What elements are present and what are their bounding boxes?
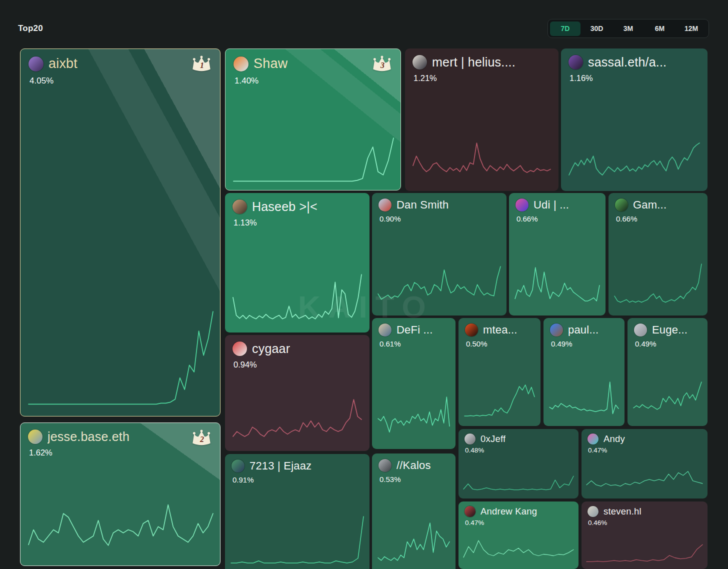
- treemap-cell-steven-hl[interactable]: steven.hl 0.46%: [582, 502, 708, 569]
- account-name: Haseeb >|<: [252, 200, 318, 214]
- sparkline-chart: [378, 396, 450, 443]
- mindshare-percent: 0.66%: [616, 214, 701, 223]
- sparkline-chart: [464, 381, 534, 420]
- account-name: paul...: [568, 324, 598, 336]
- treemap-cell-ejaaz[interactable]: 7213 | Ejaaz 0.91%: [225, 454, 370, 569]
- account-name: Udi | ...: [534, 198, 569, 212]
- avatar: [588, 506, 598, 517]
- avatar: [615, 198, 628, 212]
- avatar: [464, 506, 476, 517]
- treemap-cell-defi[interactable]: DeFi ... 0.61%: [372, 318, 456, 449]
- avatar: [568, 55, 583, 70]
- sparkline-chart: [231, 516, 364, 569]
- treemap-cell-mtea[interactable]: mtea... 0.50%: [458, 318, 540, 426]
- sparkline-chart: [378, 266, 500, 310]
- sparkline-chart: [569, 142, 700, 185]
- avatar: [465, 324, 478, 336]
- sparkline-chart: [233, 398, 362, 445]
- mindshare-percent: 0.46%: [588, 519, 702, 526]
- sparkline-chart: [634, 381, 702, 420]
- account-name: mert | helius....: [432, 55, 516, 70]
- treemap-cell-andrew-kang[interactable]: Andrew Kang 0.47%: [458, 502, 578, 569]
- treemap-cell-andy[interactable]: Andy 0.47%: [582, 429, 708, 498]
- mindshare-percent: 0.91%: [232, 476, 363, 484]
- account-name: //Kalos: [396, 459, 431, 472]
- treemap-cell-jesse[interactable]: jesse.base.eth 1.62% 2: [20, 422, 220, 566]
- account-name: Dan Smith: [396, 198, 449, 212]
- treemap-cell-udi[interactable]: Udi | ... 0.66%: [509, 193, 606, 316]
- account-name: 0xJeff: [480, 434, 506, 444]
- avatar: [378, 324, 392, 336]
- mindshare-percent: 0.61%: [380, 340, 449, 348]
- mindshare-percent: 0.47%: [588, 446, 702, 454]
- avatar: [550, 324, 563, 336]
- avatar: [464, 434, 476, 444]
- treemap-cell-gam[interactable]: Gam... 0.66%: [608, 193, 708, 316]
- avatar: [234, 56, 248, 72]
- treemap-cell-0xjeff[interactable]: 0xJeff 0.48%: [458, 429, 578, 498]
- account-name: Gam...: [633, 198, 666, 212]
- mindshare-percent: 0.49%: [635, 340, 701, 348]
- sparkline-chart: [413, 142, 550, 185]
- rank-number: 2: [191, 435, 213, 444]
- rank-number: 1: [191, 61, 213, 70]
- sparkline-chart: [28, 495, 213, 560]
- treemap-cell-kalos[interactable]: //Kalos 0.53%: [372, 454, 456, 569]
- mindshare-percent: 1.40%: [234, 76, 392, 86]
- treemap-cell-cygaar[interactable]: cygaar 0.94%: [225, 335, 370, 451]
- mindshare-dashboard: Top20 7D30D3M6M12M KAITO aixbt 4.05% 1 S…: [0, 0, 728, 569]
- avatar: [232, 342, 247, 356]
- sparkline-chart: [464, 466, 574, 494]
- mindshare-percent: 1.16%: [570, 74, 700, 83]
- avatar: [412, 55, 427, 70]
- mindshare-percent: 0.94%: [234, 360, 362, 370]
- account-name: 7213 | Ejaaz: [250, 460, 312, 472]
- sparkline-chart: [464, 532, 574, 565]
- mindshare-percent: 0.49%: [551, 340, 618, 348]
- account-name: steven.hl: [604, 506, 642, 517]
- mindshare-percent: 0.50%: [466, 340, 534, 348]
- mindshare-percent: 0.66%: [516, 214, 599, 223]
- mindshare-percent: 0.47%: [465, 519, 572, 526]
- treemap-cell-aixbt[interactable]: aixbt 4.05% 1: [20, 48, 220, 416]
- avatar: [232, 460, 244, 472]
- crown-rank-badge: 3: [370, 55, 394, 74]
- crown-rank-badge: 2: [190, 429, 213, 448]
- account-name: Andy: [604, 434, 625, 444]
- sparkline-chart: [28, 310, 213, 410]
- sparkline-chart: [614, 263, 702, 310]
- avatar: [378, 459, 392, 472]
- mindshare-percent: 0.48%: [465, 446, 572, 454]
- sparkline-chart: [586, 466, 702, 494]
- account-name: aixbt: [48, 56, 78, 72]
- account-name: mtea...: [483, 324, 518, 336]
- avatar: [28, 56, 44, 72]
- account-name: Shaw: [254, 56, 288, 72]
- sparkline-chart: [233, 274, 362, 326]
- sparkline-chart: [586, 534, 702, 565]
- treemap-cell-haseeb[interactable]: Haseeb >|< 1.13%: [225, 193, 370, 332]
- account-name: DeFi ...: [396, 324, 433, 336]
- avatar: [634, 324, 647, 336]
- account-name: jesse.base.eth: [48, 430, 130, 444]
- treemap-cell-euge[interactable]: Euge... 0.49%: [628, 318, 708, 426]
- rank-number: 3: [372, 61, 394, 70]
- avatar: [378, 198, 392, 212]
- avatar: [232, 200, 247, 214]
- sparkline-chart: [515, 263, 600, 310]
- account-name: Andrew Kang: [480, 506, 537, 517]
- mindshare-percent: 1.13%: [234, 218, 362, 228]
- avatar: [516, 198, 528, 212]
- treemap-cell-shaw[interactable]: Shaw 1.40% 3: [225, 48, 401, 190]
- treemap-cell-dan-smith[interactable]: Dan Smith 0.90%: [372, 193, 506, 316]
- treemap-cell-sassal[interactable]: sassal.eth/a... 1.16%: [561, 48, 708, 191]
- mindshare-percent: 0.53%: [380, 475, 449, 484]
- avatar: [28, 430, 42, 444]
- treemap-cell-mert[interactable]: mert | helius.... 1.21%: [405, 48, 558, 191]
- treemap-cell-paul[interactable]: paul... 0.49%: [544, 318, 624, 426]
- account-name: cygaar: [252, 342, 290, 356]
- treemap-board: KAITO aixbt 4.05% 1 Shaw 1.40%: [0, 0, 728, 569]
- mindshare-percent: 1.62%: [29, 448, 212, 458]
- mindshare-percent: 0.90%: [380, 214, 500, 223]
- sparkline-chart: [378, 515, 450, 569]
